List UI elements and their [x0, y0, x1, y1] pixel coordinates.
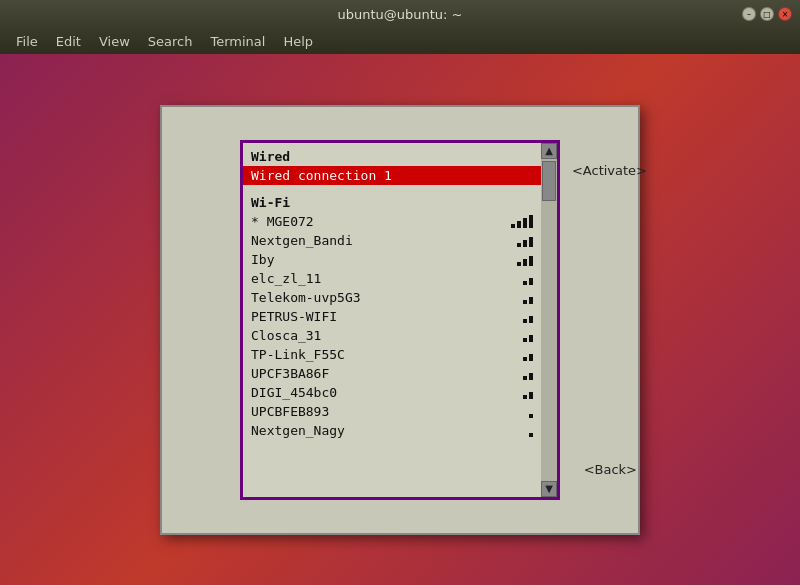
- network-list: Wired Wired connection 1 Wi-Fi * MGE072: [243, 143, 541, 497]
- network-name-iby: Iby: [251, 252, 503, 267]
- dialog-inner: <Activate> <Back> Wired Wired connection…: [240, 140, 560, 500]
- menu-bar: FileEditViewSearchTerminalHelp: [0, 28, 800, 54]
- network-name-telekom: Telekom-uvp5G3: [251, 290, 503, 305]
- menu-item-search[interactable]: Search: [140, 32, 201, 51]
- menu-item-terminal[interactable]: Terminal: [202, 32, 273, 51]
- signal-icon-elc-zl-11: [503, 271, 533, 285]
- scrollbar[interactable]: ▲ ▼: [541, 143, 557, 497]
- network-item-tplink[interactable]: TP-Link_F55C: [243, 345, 541, 364]
- network-item-upcf3[interactable]: UPCF3BA86F: [243, 364, 541, 383]
- network-name-upcb: UPCBFEB893: [251, 404, 503, 419]
- signal-icon-closca: [503, 328, 533, 342]
- network-item-closca[interactable]: Closca_31: [243, 326, 541, 345]
- signal-icon-digi: [503, 385, 533, 399]
- network-item-upcb[interactable]: UPCBFEB893: [243, 402, 541, 421]
- network-item-petrus[interactable]: PETRUS-WIFI: [243, 307, 541, 326]
- signal-icon-telekom: [503, 290, 533, 304]
- network-name-mge072: * MGE072: [251, 214, 503, 229]
- menu-item-file[interactable]: File: [8, 32, 46, 51]
- title-bar: ubuntu@ubuntu: ~ – □ ×: [0, 0, 800, 28]
- network-item-wired-1[interactable]: Wired connection 1: [243, 166, 541, 185]
- maximize-button[interactable]: □: [760, 7, 774, 21]
- signal-icon-nextgen-bandi: [503, 233, 533, 247]
- network-item-iby[interactable]: Iby: [243, 250, 541, 269]
- signal-icon-upcb: [503, 404, 533, 418]
- signal-icon-upcf3: [503, 366, 533, 380]
- signal-icon-iby: [503, 252, 533, 266]
- network-name-petrus: PETRUS-WIFI: [251, 309, 503, 324]
- window-title: ubuntu@ubuntu: ~: [337, 7, 462, 22]
- wifi-section-header: Wi-Fi: [243, 193, 541, 212]
- network-item-elc-zl-11[interactable]: elc_zl_11: [243, 269, 541, 288]
- main-area: <Activate> <Back> Wired Wired connection…: [0, 54, 800, 585]
- network-name-closca: Closca_31: [251, 328, 503, 343]
- scroll-down-button[interactable]: ▼: [541, 481, 557, 497]
- network-name-upcf3: UPCF3BA86F: [251, 366, 503, 381]
- signal-icon-mge072: [503, 214, 533, 228]
- network-name-digi: DIGI_454bc0: [251, 385, 503, 400]
- wired-section-header: Wired: [243, 147, 541, 166]
- scroll-thumb-area[interactable]: [541, 159, 557, 481]
- network-name-nextgen-bandi: Nextgen_Bandi: [251, 233, 503, 248]
- signal-icon-tplink: [503, 347, 533, 361]
- network-name-nextgen-nagy: Nextgen_Nagy: [251, 423, 503, 438]
- back-button[interactable]: <Back>: [584, 462, 637, 477]
- menu-item-help[interactable]: Help: [275, 32, 321, 51]
- scroll-thumb[interactable]: [542, 161, 556, 201]
- network-item-telekom[interactable]: Telekom-uvp5G3: [243, 288, 541, 307]
- minimize-button[interactable]: –: [742, 7, 756, 21]
- network-list-container: Wired Wired connection 1 Wi-Fi * MGE072: [243, 143, 557, 497]
- network-item-mge072[interactable]: * MGE072: [243, 212, 541, 231]
- dialog-outer: <Activate> <Back> Wired Wired connection…: [160, 105, 640, 535]
- window-controls: – □ ×: [742, 7, 792, 21]
- activate-button[interactable]: <Activate>: [572, 163, 647, 178]
- network-item-nextgen-nagy[interactable]: Nextgen_Nagy: [243, 421, 541, 440]
- menu-item-view[interactable]: View: [91, 32, 138, 51]
- network-name-elc-zl-11: elc_zl_11: [251, 271, 503, 286]
- menu-item-edit[interactable]: Edit: [48, 32, 89, 51]
- scroll-up-button[interactable]: ▲: [541, 143, 557, 159]
- network-name-wired-1: Wired connection 1: [251, 168, 533, 183]
- network-name-tplink: TP-Link_F55C: [251, 347, 503, 362]
- network-item-digi[interactable]: DIGI_454bc0: [243, 383, 541, 402]
- signal-icon-nextgen-nagy: [503, 423, 533, 437]
- signal-icon-petrus: [503, 309, 533, 323]
- network-item-nextgen-bandi[interactable]: Nextgen_Bandi: [243, 231, 541, 250]
- close-button[interactable]: ×: [778, 7, 792, 21]
